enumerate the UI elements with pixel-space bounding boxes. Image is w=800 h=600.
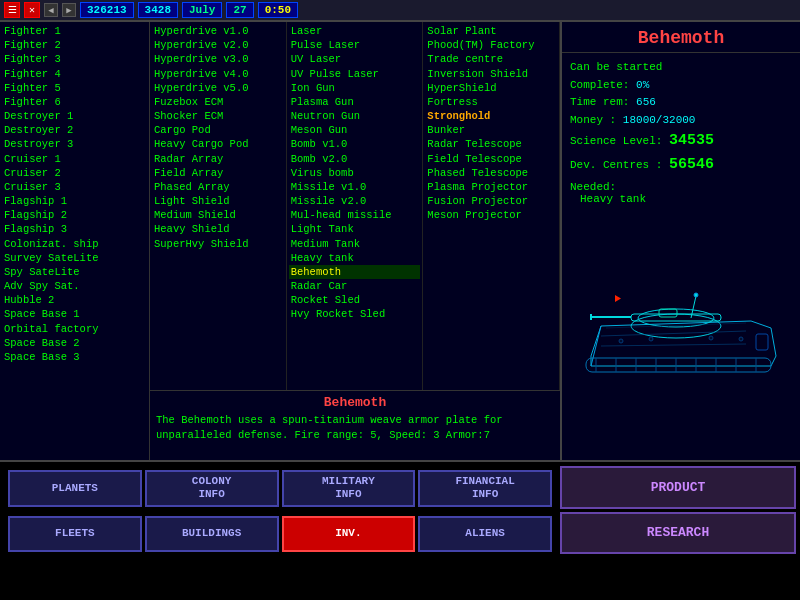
tech-item[interactable]: Fusion Projector xyxy=(425,194,557,208)
tech-item[interactable]: Hvy Rocket Sled xyxy=(289,307,421,321)
tech-item[interactable]: Heavy Cargo Pod xyxy=(152,137,284,151)
tech-item[interactable]: Cargo Pod xyxy=(152,123,284,137)
needed-item: Heavy tank xyxy=(570,193,792,205)
financial-info-btn[interactable]: FINANCIAL INFO xyxy=(418,470,552,507)
can-be-started: Can be started xyxy=(570,59,792,77)
tech-item[interactable]: Behemoth xyxy=(289,265,421,279)
tech-item[interactable]: Radar Car xyxy=(289,279,421,293)
tech-item[interactable]: Hyperdrive v4.0 xyxy=(152,67,284,81)
unit-item[interactable]: Flagship 1 xyxy=(2,194,147,208)
unit-item[interactable]: Space Base 1 xyxy=(2,307,147,321)
product-btn[interactable]: PRODUCT xyxy=(560,466,796,509)
tech-item[interactable]: Laser xyxy=(289,24,421,38)
tech-item[interactable]: UV Pulse Laser xyxy=(289,67,421,81)
tech-item[interactable]: Phased Telescope xyxy=(425,166,557,180)
tech-item[interactable]: Virus bomb xyxy=(289,166,421,180)
unit-item[interactable]: Colonizat. ship xyxy=(2,237,147,251)
svg-point-22 xyxy=(694,293,698,297)
tech-item[interactable]: UV Laser xyxy=(289,52,421,66)
unit-item[interactable]: Adv Spy Sat. xyxy=(2,279,147,293)
main-area: Fighter 1Fighter 2Fighter 3Fighter 4Figh… xyxy=(0,22,800,462)
unit-item[interactable]: Survey SateLite xyxy=(2,251,147,265)
tech-item[interactable]: HyperShield xyxy=(425,81,557,95)
tech-item[interactable]: Plasma Gun xyxy=(289,95,421,109)
unit-item[interactable]: Fighter 1 xyxy=(2,24,147,38)
tech-col-2: LaserPulse LaserUV LaserUV Pulse LaserIo… xyxy=(287,22,424,390)
tech-item[interactable]: Ion Gun xyxy=(289,81,421,95)
unit-item[interactable]: Orbital factory xyxy=(2,322,147,336)
unit-item[interactable]: Flagship 2 xyxy=(2,208,147,222)
tech-item[interactable]: Light Shield xyxy=(152,194,284,208)
tech-item[interactable]: Meson Projector xyxy=(425,208,557,222)
tech-item[interactable]: Meson Gun xyxy=(289,123,421,137)
research-btn[interactable]: RESEARCH xyxy=(560,512,796,555)
close-btn[interactable]: ✕ xyxy=(24,2,40,18)
tech-item[interactable]: Heavy Shield xyxy=(152,222,284,236)
speed-fast[interactable]: ▶ xyxy=(62,3,76,17)
tech-item[interactable]: Pulse Laser xyxy=(289,38,421,52)
unit-item[interactable]: Destroyer 3 xyxy=(2,137,147,151)
military-info-btn[interactable]: MILITARY INFO xyxy=(282,470,416,507)
tech-item[interactable]: Bomb v2.0 xyxy=(289,152,421,166)
tech-item[interactable]: Radar Array xyxy=(152,152,284,166)
unit-item[interactable]: Fighter 5 xyxy=(2,81,147,95)
tech-item[interactable]: Medium Shield xyxy=(152,208,284,222)
tech-item[interactable]: Hyperdrive v3.0 xyxy=(152,52,284,66)
month-display: July xyxy=(182,2,222,18)
tech-item[interactable]: SuperHvy Shield xyxy=(152,237,284,251)
unit-item[interactable]: Fighter 2 xyxy=(2,38,147,52)
tech-item[interactable]: Missile v1.0 xyxy=(289,180,421,194)
tech-item[interactable]: Fuzebox ECM xyxy=(152,95,284,109)
tech-item[interactable]: Plasma Projector xyxy=(425,180,557,194)
tech-item[interactable]: Phased Array xyxy=(152,180,284,194)
unit-item[interactable]: Fighter 6 xyxy=(2,95,147,109)
tech-item[interactable]: Field Array xyxy=(152,166,284,180)
unit-item[interactable]: Cruiser 1 xyxy=(2,152,147,166)
tech-item[interactable]: Fortress xyxy=(425,95,557,109)
unit-item[interactable]: Spy SateLite xyxy=(2,265,147,279)
unit-item[interactable]: Space Base 2 xyxy=(2,336,147,350)
planets-btn[interactable]: PLANETS xyxy=(8,470,142,507)
buildings-btn[interactable]: BUILDINGS xyxy=(145,516,279,553)
tech-item[interactable]: Hyperdrive v2.0 xyxy=(152,38,284,52)
unit-item[interactable]: Space Base 3 xyxy=(2,350,147,364)
unit-item[interactable]: Destroyer 2 xyxy=(2,123,147,137)
tech-col-1: Hyperdrive v1.0Hyperdrive v2.0Hyperdrive… xyxy=(150,22,287,390)
tech-item[interactable]: Mul-head missile xyxy=(289,208,421,222)
svg-point-25 xyxy=(709,336,713,340)
tech-item[interactable]: Bunker xyxy=(425,123,557,137)
colony-info-btn[interactable]: COLONY INFO xyxy=(145,470,279,507)
tech-item[interactable]: Medium Tank xyxy=(289,237,421,251)
tech-item[interactable]: Rocket Sled xyxy=(289,293,421,307)
nav-row-1: PLANETS COLONY INFO MILITARY INFO FINANC… xyxy=(4,466,556,509)
tech-item[interactable]: Missile v2.0 xyxy=(289,194,421,208)
unit-item[interactable]: Cruiser 2 xyxy=(2,166,147,180)
tech-item[interactable]: Inversion Shield xyxy=(425,67,557,81)
tech-item[interactable]: Neutron Gun xyxy=(289,109,421,123)
tech-item[interactable]: Bomb v1.0 xyxy=(289,137,421,151)
tech-item[interactable]: Phood(TM) Factory xyxy=(425,38,557,52)
unit-item[interactable]: Fighter 4 xyxy=(2,67,147,81)
fleets-btn[interactable]: FLEETS xyxy=(8,516,142,553)
tech-item[interactable]: Heavy tank xyxy=(289,251,421,265)
unit-item[interactable]: Flagship 3 xyxy=(2,222,147,236)
complete-line: Complete: 0% xyxy=(570,77,792,95)
unit-item[interactable]: Destroyer 1 xyxy=(2,109,147,123)
aliens-btn[interactable]: ALIENS xyxy=(418,516,552,553)
menu-btn[interactable]: ☰ xyxy=(4,2,20,18)
tech-item[interactable]: Stronghold xyxy=(425,109,557,123)
tech-item[interactable]: Hyperdrive v1.0 xyxy=(152,24,284,38)
speed-slow[interactable]: ◀ xyxy=(44,3,58,17)
unit-item[interactable]: Hubble 2 xyxy=(2,293,147,307)
unit-item[interactable]: Cruiser 3 xyxy=(2,180,147,194)
inv-btn[interactable]: INV. xyxy=(282,516,416,553)
tech-item[interactable]: Trade centre xyxy=(425,52,557,66)
tech-item[interactable]: Shocker ECM xyxy=(152,109,284,123)
tech-item[interactable]: Hyperdrive v5.0 xyxy=(152,81,284,95)
tech-item[interactable]: Radar Telescope xyxy=(425,137,557,151)
tech-item[interactable]: Light Tank xyxy=(289,222,421,236)
needed-label: Needed: xyxy=(570,181,792,193)
tech-item[interactable]: Field Telescope xyxy=(425,152,557,166)
tech-item[interactable]: Solar Plant xyxy=(425,24,557,38)
unit-item[interactable]: Fighter 3 xyxy=(2,52,147,66)
